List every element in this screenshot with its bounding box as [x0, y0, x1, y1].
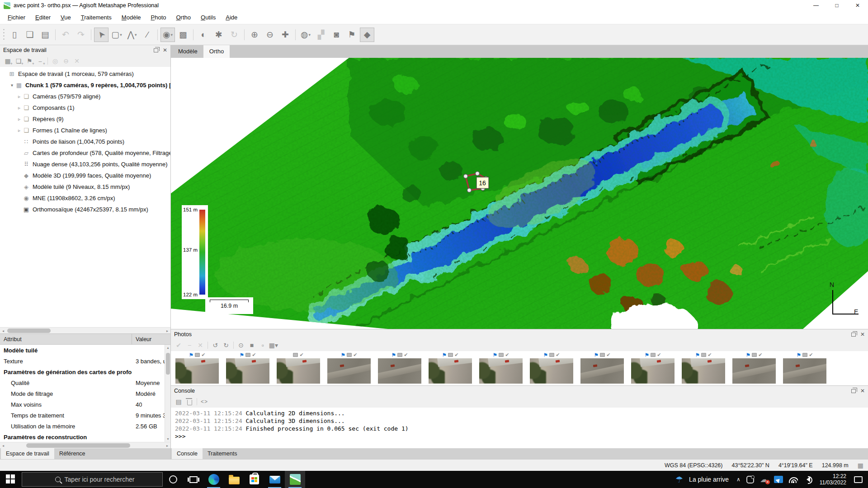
tab-traitements[interactable]: Traitements: [203, 448, 242, 459]
add-chunk-icon[interactable]: ▦+: [2, 56, 13, 66]
maximize-button-icon[interactable]: □: [826, 0, 847, 11]
tree-item[interactable]: ∷Points de liaison (1,004,705 points): [0, 136, 170, 147]
expander-icon[interactable]: ▹: [16, 94, 22, 99]
rotate-left-icon[interactable]: ↺: [210, 340, 221, 350]
photo-thumbnail[interactable]: ⚑✔: [783, 352, 826, 384]
zoom-fit-icon[interactable]: ✚: [278, 28, 292, 42]
photo-thumbnail[interactable]: ⚑✔: [732, 352, 776, 384]
minimize-button-icon[interactable]: —: [806, 0, 826, 11]
float-panel-icon[interactable]: [154, 48, 158, 52]
photo-thumbnail[interactable]: ⚑✔: [479, 352, 523, 384]
notifications-icon[interactable]: [854, 476, 863, 483]
attribute-row[interactable]: Texture3 bandes, ui: [0, 356, 170, 366]
menu-vue[interactable]: Vue: [56, 12, 76, 23]
photo-thumbnail[interactable]: ⚑✔: [530, 352, 573, 384]
dem-view-icon[interactable]: ◉▾: [160, 28, 175, 42]
camera-icon[interactable]: ◙: [329, 28, 344, 42]
menu-photo[interactable]: Photo: [146, 12, 171, 23]
tree-item[interactable]: ⠿Nuage dense (43,103,256 points, Qualité…: [0, 159, 170, 170]
value-column-header[interactable]: Valeur: [132, 336, 151, 343]
photo-thumbnail[interactable]: ⚑✔: [226, 352, 269, 384]
float-panel-icon[interactable]: [851, 333, 856, 337]
cast-icon[interactable]: [774, 476, 783, 483]
rotate-right-icon[interactable]: ↻: [221, 340, 231, 350]
store-button[interactable]: [244, 471, 264, 488]
zoom-out-icon[interactable]: ⊖: [263, 28, 277, 42]
scroll-left-icon[interactable]: ◂: [0, 328, 6, 334]
close-panel-icon[interactable]: ✕: [163, 47, 167, 53]
measure-icon[interactable]: ⋀▾: [125, 28, 139, 42]
tree-item[interactable]: ▹❏Composants (1): [0, 102, 170, 113]
add-marker-icon[interactable]: ⚑+: [24, 56, 35, 66]
float-panel-icon[interactable]: [851, 389, 856, 393]
attribute-row[interactable]: Temps de traitement9 minutes 33: [0, 410, 170, 421]
menu-ortho[interactable]: Ortho: [171, 12, 196, 23]
expander-icon[interactable]: ▾: [9, 83, 15, 88]
volume-icon[interactable]: [804, 476, 814, 483]
large-preview-icon[interactable]: ■: [246, 340, 257, 350]
scroll-right-icon[interactable]: ▸: [164, 328, 170, 334]
photo-thumbnail[interactable]: ⚑✔: [682, 352, 725, 384]
file-explorer-button[interactable]: [224, 471, 244, 488]
tree-item[interactable]: ▱Cartes de profondeur (578, Qualité moye…: [0, 147, 170, 159]
ortho-view-icon[interactable]: ▩: [176, 28, 190, 42]
tree-item[interactable]: ◉MNE (11908x8602, 3.26 cm/px): [0, 192, 170, 204]
tree-item[interactable]: ▾▦Chunk 1 (579 caméras, 9 repères, 1,004…: [0, 80, 170, 91]
menu-aide[interactable]: Aide: [221, 12, 242, 23]
attributes-vscrollbar[interactable]: ▴ ▾: [165, 345, 170, 442]
tray-app-icon[interactable]: [746, 476, 754, 483]
attribute-row[interactable]: QualitéMoyenne: [0, 377, 170, 388]
menu-editer[interactable]: Editer: [30, 12, 56, 23]
tab-ortho[interactable]: Ortho: [203, 45, 230, 58]
attribute-column-header[interactable]: Attribut: [0, 334, 132, 344]
save-log-icon[interactable]: ▤: [173, 397, 184, 407]
shape-tool-icon[interactable]: ◆: [360, 28, 374, 42]
grid-view-icon[interactable]: ▦▾: [268, 340, 279, 350]
palette-icon[interactable]: ✱: [212, 28, 226, 42]
menu-traitements[interactable]: Traitements: [76, 12, 117, 23]
tree-item[interactable]: ◆Modèle 3D (199,999 faces, Qualité moyen…: [0, 170, 170, 181]
add-photos-icon[interactable]: ❏+: [13, 56, 24, 66]
clear-log-icon[interactable]: [184, 397, 195, 407]
attribute-row[interactable]: Modèle tuilé: [0, 345, 170, 356]
ortho-viewport[interactable]: 16 151 m 137 m 122 m 16.9 m: [171, 58, 868, 329]
menu-outils[interactable]: Outils: [196, 12, 221, 23]
ruler-icon[interactable]: ∕: [140, 28, 155, 42]
workspace-hscrollbar[interactable]: ◂ ▸: [0, 327, 170, 333]
metashape-taskbar-button[interactable]: [285, 471, 305, 488]
edge-button[interactable]: [203, 471, 224, 488]
photo-thumbnail[interactable]: ⚑✔: [631, 352, 675, 384]
tray-expand-icon[interactable]: ∧: [736, 476, 741, 483]
console-output[interactable]: 2022-03-11 12:15:24 Calculating 2D dimen…: [171, 408, 868, 448]
menu-fichier[interactable]: Fichier: [3, 12, 30, 23]
tab-mode-le[interactable]: Modèle: [172, 45, 203, 58]
tree-item[interactable]: ▹❏Formes (1 Chaîne de lignes): [0, 125, 170, 136]
cortana-button[interactable]: [163, 471, 183, 488]
photo-thumbnail[interactable]: ⚑✔: [580, 352, 624, 384]
flag-tool-icon[interactable]: ⚑: [344, 28, 359, 42]
photo-thumbnail[interactable]: ⚑✔: [175, 352, 219, 384]
start-button[interactable]: [0, 471, 22, 488]
globe-icon[interactable]: ◍▾: [298, 28, 313, 42]
run-script-icon[interactable]: <>: [199, 397, 210, 407]
select-cursor-icon[interactable]: ➤: [94, 28, 108, 42]
task-view-button[interactable]: [183, 471, 203, 488]
new-document-icon[interactable]: ▯: [7, 28, 22, 42]
tree-item[interactable]: ▹❏Caméras (579/579 aligné): [0, 91, 170, 102]
tab-re-fe-rence[interactable]: Référence: [54, 448, 90, 459]
toolbar-drag-handle[interactable]: [2, 28, 5, 42]
attributes-hscrollbar[interactable]: ◂ ▸: [0, 442, 170, 448]
close-button-icon[interactable]: ✕: [847, 0, 868, 11]
weather-icon[interactable]: ☂: [675, 474, 683, 485]
attribute-row[interactable]: Max voisins40: [0, 399, 170, 410]
taskbar-clock[interactable]: 12:22 11/03/2022: [820, 473, 846, 486]
tab-console[interactable]: Console: [172, 448, 203, 459]
expander-icon[interactable]: ▹: [16, 128, 22, 133]
close-panel-icon[interactable]: ✕: [860, 388, 865, 394]
weather-label[interactable]: La pluie arrive: [689, 476, 729, 483]
expander-icon[interactable]: ▹: [16, 105, 22, 110]
onedrive-error-icon[interactable]: ☁: [760, 474, 768, 484]
small-preview-icon[interactable]: ▫: [257, 340, 268, 350]
photo-thumbnail[interactable]: ⚑✔: [378, 352, 421, 384]
tree-item[interactable]: ▣Orthomosaïque (42467x25397, 8.15 mm/px): [0, 204, 170, 215]
